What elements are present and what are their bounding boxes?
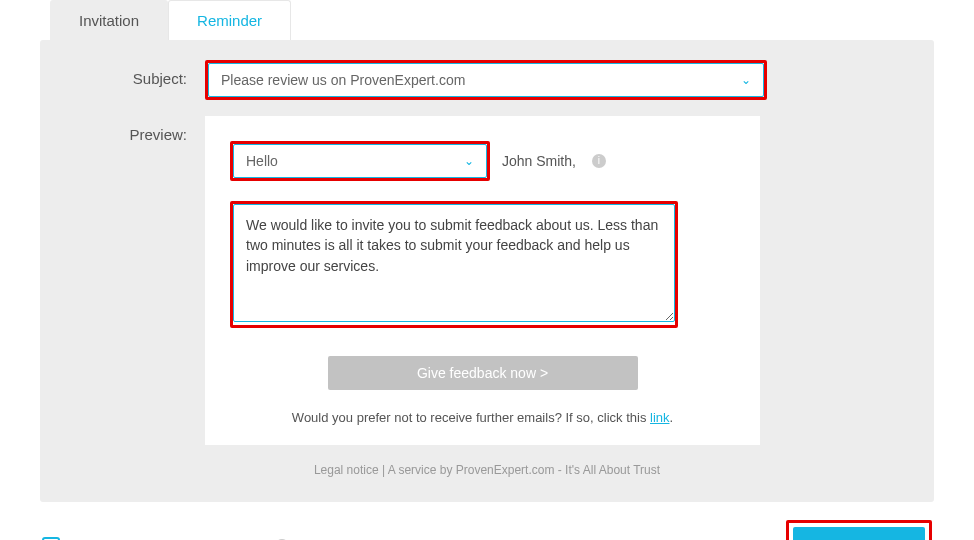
tab-invitation[interactable]: Invitation <box>50 0 168 40</box>
greeting-highlight: Hello ⌄ <box>230 141 490 181</box>
info-icon[interactable]: i <box>592 154 606 168</box>
message-textarea[interactable] <box>233 204 675 322</box>
legal-notice: Legal notice | A service by ProvenExpert… <box>65 463 909 477</box>
give-feedback-button[interactable]: Give feedback now > <box>328 356 638 390</box>
subject-label: Subject: <box>65 60 205 87</box>
message-highlight <box>230 201 678 328</box>
chevron-down-icon: ⌄ <box>741 73 751 87</box>
subject-select[interactable]: Please review us on ProvenExpert.com ⌄ <box>208 63 764 97</box>
chevron-down-icon: ⌄ <box>464 154 474 168</box>
preview-card: Hello ⌄ John Smith, i Give feedback now … <box>205 116 760 445</box>
greeting-selected-value: Hello <box>246 153 278 169</box>
preview-label: Preview: <box>65 116 205 143</box>
optout-text: Would you prefer not to receive further … <box>292 410 650 425</box>
subject-selected-value: Please review us on ProvenExpert.com <box>221 72 465 88</box>
send-highlight: Send invitation <box>786 520 932 540</box>
optout-link[interactable]: link <box>650 410 670 425</box>
send-invitation-button[interactable]: Send invitation <box>793 527 925 540</box>
form-panel: Subject: Please review us on ProvenExper… <box>40 40 934 502</box>
greeting-select[interactable]: Hello ⌄ <box>233 144 487 178</box>
tab-reminder[interactable]: Reminder <box>168 0 291 40</box>
subject-highlight: Please review us on ProvenExpert.com ⌄ <box>205 60 767 100</box>
recipient-name: John Smith, <box>502 153 576 169</box>
tab-bar: Invitation Reminder <box>50 0 934 40</box>
optout-line: Would you prefer not to receive further … <box>230 410 735 425</box>
